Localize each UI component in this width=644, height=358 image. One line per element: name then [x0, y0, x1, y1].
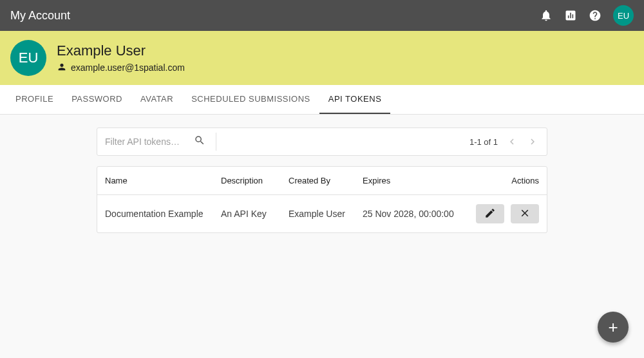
- cell-name: Documentation Example: [105, 209, 221, 219]
- filter-input[interactable]: [105, 137, 189, 147]
- col-header-actions: Actions: [472, 176, 539, 185]
- user-banner: EU Example User example.user@1spatial.co…: [0, 31, 644, 85]
- notifications-icon[interactable]: [540, 9, 553, 22]
- tab-api-tokens[interactable]: API Tokens: [319, 85, 391, 114]
- tab-password[interactable]: Password: [62, 85, 131, 114]
- user-email: example.user@1spatial.com: [71, 62, 185, 73]
- help-icon[interactable]: [589, 9, 601, 22]
- cell-created-by: Example User: [289, 209, 363, 219]
- page-title: My Account: [10, 9, 540, 23]
- toolbar-divider: [216, 133, 216, 151]
- api-tokens-table: Name Description Created By Expires Acti…: [97, 166, 547, 233]
- cell-description: An API Key: [221, 209, 289, 219]
- delete-button[interactable]: [511, 204, 539, 223]
- col-header-name: Name: [105, 176, 221, 185]
- next-page-button[interactable]: [526, 135, 539, 148]
- topbar-actions: EU: [540, 5, 634, 26]
- pencil-icon: [484, 207, 496, 221]
- user-info: Example User example.user@1spatial.com: [57, 42, 185, 74]
- prev-page-button[interactable]: [506, 135, 518, 148]
- close-icon: [519, 207, 531, 221]
- col-header-description: Description: [221, 176, 289, 185]
- user-name: Example User: [57, 42, 185, 59]
- edit-button[interactable]: [476, 204, 504, 223]
- tab-scheduled-submissions[interactable]: Scheduled Submissions: [182, 85, 319, 114]
- tab-profile[interactable]: Profile: [6, 85, 62, 114]
- pagination: 1-1 of 1: [469, 135, 547, 148]
- add-token-fab[interactable]: +: [598, 312, 629, 343]
- col-header-created-by: Created By: [289, 176, 363, 185]
- search-icon[interactable]: [194, 135, 205, 149]
- user-email-row: example.user@1spatial.com: [57, 62, 185, 74]
- pagination-text: 1-1 of 1: [469, 137, 498, 147]
- tab-avatar[interactable]: Avatar: [131, 85, 182, 114]
- filter-wrap: [97, 135, 213, 149]
- cell-expires: 25 Nov 2028, 00:00:00: [363, 209, 472, 219]
- user-avatar-large: EU: [10, 40, 46, 76]
- user-avatar-small[interactable]: EU: [613, 5, 634, 26]
- person-icon: [57, 62, 67, 74]
- table-row: Documentation Example An API Key Example…: [97, 195, 547, 232]
- dashboard-icon[interactable]: [564, 9, 577, 22]
- tabs: Profile Password Avatar Scheduled Submis…: [0, 85, 644, 115]
- toolbar: 1-1 of 1: [97, 127, 547, 156]
- cell-actions: [472, 204, 539, 223]
- col-header-expires: Expires: [363, 176, 472, 185]
- table-header: Name Description Created By Expires Acti…: [97, 167, 547, 195]
- topbar: My Account EU: [0, 0, 644, 31]
- content: 1-1 of 1 Name Description Created By Exp…: [0, 115, 644, 233]
